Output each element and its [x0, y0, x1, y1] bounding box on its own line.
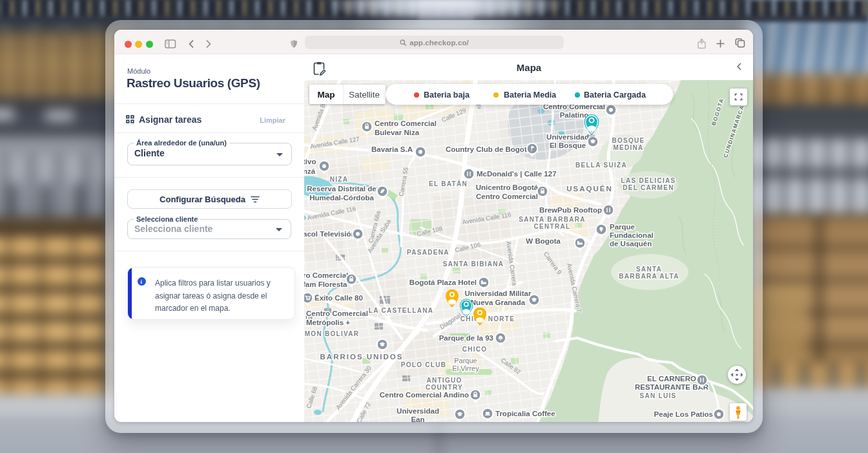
svg-text:Parque de la 93: Parque de la 93: [439, 334, 493, 342]
svg-text:nzá: nzá: [304, 167, 316, 175]
svg-text:PASADENA: PASADENA: [407, 249, 450, 256]
svg-text:DEL CARMEN: DEL CARMEN: [623, 184, 674, 191]
svg-text:Centro Comercial Andino: Centro Comercial Andino: [380, 391, 469, 399]
svg-text:COUNTRY: COUNTRY: [426, 384, 463, 391]
svg-text:SIMON BOLIVAR: SIMON BOLIVAR: [304, 330, 359, 337]
svg-text:Parque: Parque: [610, 223, 635, 231]
svg-text:BOSQUE: BOSQUE: [612, 137, 645, 144]
svg-text:EL BATÁN: EL BATÁN: [429, 180, 468, 187]
svg-text:acol Televisión: acol Televisión: [304, 230, 356, 238]
svg-text:Centro Comercial: Centro Comercial: [375, 120, 437, 127]
svg-text:Peaje Los Patios: Peaje Los Patios: [654, 410, 713, 418]
svg-text:RESTAURANTE BAR: RESTAURANTE BAR: [635, 383, 709, 391]
svg-text:tivo: tivo: [304, 158, 316, 165]
svg-text:BARBARA ALTA: BARBARA ALTA: [619, 273, 679, 280]
svg-text:BARRIOS UNIDOS: BARRIOS UNIDOS: [320, 353, 404, 361]
svg-text:SANTA: SANTA: [636, 266, 662, 273]
svg-text:BELLA SUIZA: BELLA SUIZA: [575, 162, 627, 169]
svg-text:ro Comercial: ro Comercial: [304, 271, 348, 279]
svg-text:El Bosque: El Bosque: [550, 142, 586, 149]
svg-text:CHICÓ NORTE: CHICÓ NORTE: [460, 315, 515, 322]
svg-text:fam Floresta: fam Floresta: [304, 280, 347, 288]
svg-text:El Virrey: El Virrey: [452, 364, 479, 372]
svg-text:Bavaria S.A: Bavaria S.A: [371, 145, 413, 153]
svg-text:Universidad: Universidad: [397, 407, 439, 415]
svg-text:SANTA BARBARA: SANTA BARBARA: [519, 216, 586, 223]
svg-text:Bogotá Plaza Hotel: Bogotá Plaza Hotel: [409, 279, 477, 286]
svg-text:CHICO: CHICO: [462, 346, 488, 353]
svg-text:Humedal-Córdoba: Humedal-Córdoba: [309, 194, 374, 202]
svg-text:EL CARNERO: EL CARNERO: [647, 375, 696, 383]
svg-text:Fundacional: Fundacional: [610, 231, 654, 239]
svg-text:Reserva Distrital de: Reserva Distrital de: [307, 185, 376, 193]
svg-text:LAS DELICIAS: LAS DELICIAS: [621, 177, 676, 184]
svg-text:McDonald's | Calle 127: McDonald's | Calle 127: [477, 170, 557, 178]
svg-text:Centro Comercial: Centro Comercial: [476, 193, 538, 200]
svg-text:Palatino: Palatino: [560, 111, 589, 119]
svg-text:Parque: Parque: [454, 357, 477, 364]
svg-text:USAQUÉN: USAQUÉN: [566, 185, 613, 193]
svg-text:Ean: Ean: [411, 416, 424, 422]
svg-text:POLO CLUB: POLO CLUB: [401, 361, 447, 368]
svg-text:NIZA: NIZA: [330, 176, 349, 183]
svg-text:MEDINA: MEDINA: [613, 144, 643, 151]
svg-text:Country Club de Bogotá: Country Club de Bogotá: [446, 145, 532, 153]
svg-text:Unicentro Bogotá: Unicentro Bogotá: [476, 184, 539, 191]
svg-text:SAN LUIS: SAN LUIS: [639, 392, 676, 399]
svg-text:Metrópolis +: Metrópolis +: [306, 319, 350, 326]
svg-text:de Usaquén: de Usaquén: [610, 240, 652, 248]
svg-text:Tropicalia Coffee: Tropicalia Coffee: [495, 410, 555, 417]
svg-text:Universidad Militar: Universidad Militar: [465, 290, 532, 297]
svg-text:CENTRAL: CENTRAL: [534, 223, 571, 230]
svg-text:ANTIGUO: ANTIGUO: [426, 377, 462, 384]
svg-text:Universidad: Universidad: [546, 133, 589, 141]
svg-text:BrewPub Rooftop: BrewPub Rooftop: [539, 206, 602, 214]
svg-text:Bulevar Niza: Bulevar Niza: [375, 129, 420, 136]
svg-text:LA CASTELLANA: LA CASTELLANA: [369, 307, 433, 314]
svg-text:Éxito Calle 80: Éxito Calle 80: [315, 294, 363, 302]
svg-text:Centro Comercial: Centro Comercial: [306, 310, 368, 317]
svg-text:SANTA BIBIANA: SANTA BIBIANA: [443, 260, 504, 268]
svg-text:W Bogota: W Bogota: [526, 237, 561, 245]
svg-text:Nueva Granada: Nueva Granada: [471, 299, 526, 306]
